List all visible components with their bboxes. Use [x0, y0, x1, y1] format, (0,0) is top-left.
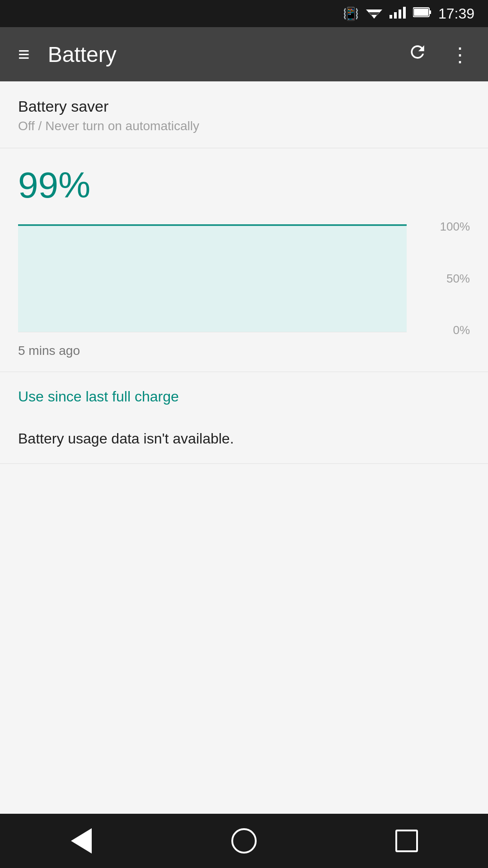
- wifi-icon: [366, 6, 382, 22]
- battery-usage-text: Battery usage data isn't available.: [18, 430, 234, 447]
- use-since-section[interactable]: Use since last full charge: [0, 372, 488, 421]
- svg-rect-5: [399, 9, 401, 19]
- chart-time: 5 mins ago: [0, 337, 488, 358]
- menu-icon[interactable]: ≡: [14, 38, 34, 70]
- battery-saver-subtitle: Off / Never turn on automatically: [18, 119, 470, 133]
- back-triangle-icon: [71, 828, 92, 854]
- battery-percentage-section: 99%: [0, 148, 488, 206]
- page-title: Battery: [48, 42, 389, 67]
- chart-label-100: 100%: [416, 220, 470, 234]
- chart-labels: 100% 50% 0%: [416, 220, 470, 337]
- nav-back-button[interactable]: [63, 823, 99, 859]
- svg-rect-8: [429, 10, 431, 14]
- battery-chart: [18, 220, 407, 337]
- chart-label-0: 0%: [416, 323, 470, 337]
- nav-bar: [0, 814, 488, 868]
- svg-marker-2: [371, 15, 377, 19]
- battery-saver-section[interactable]: Battery saver Off / Never turn on automa…: [0, 81, 488, 148]
- recents-square-icon: [395, 830, 418, 852]
- nav-recents-button[interactable]: [389, 823, 425, 859]
- status-time: 17:39: [438, 5, 474, 22]
- battery-saver-title: Battery saver: [18, 98, 470, 115]
- content-area: Battery saver Off / Never turn on automa…: [0, 81, 488, 814]
- refresh-icon[interactable]: [403, 38, 432, 71]
- status-bar: 📳 17:39: [0, 0, 488, 27]
- battery-percentage: 99%: [18, 165, 470, 206]
- svg-marker-13: [18, 225, 407, 332]
- use-since-link[interactable]: Use since last full charge: [18, 388, 179, 405]
- svg-rect-9: [414, 9, 428, 16]
- svg-rect-3: [389, 15, 392, 19]
- toolbar: ≡ Battery ⋮: [0, 27, 488, 81]
- chart-label-50: 50%: [416, 272, 470, 286]
- signal-icon: [389, 6, 406, 22]
- nav-home-button[interactable]: [226, 823, 262, 859]
- more-options-icon[interactable]: ⋮: [446, 38, 474, 71]
- home-circle-icon: [231, 828, 257, 854]
- battery-chart-container: 100% 50% 0%: [18, 220, 470, 337]
- vibrate-icon: 📳: [343, 6, 359, 21]
- battery-usage-section: Battery usage data isn't available.: [0, 421, 488, 464]
- svg-rect-4: [394, 12, 397, 19]
- svg-rect-6: [403, 7, 406, 19]
- battery-status-icon: [413, 6, 431, 21]
- status-icons: 📳 17:39: [343, 5, 474, 22]
